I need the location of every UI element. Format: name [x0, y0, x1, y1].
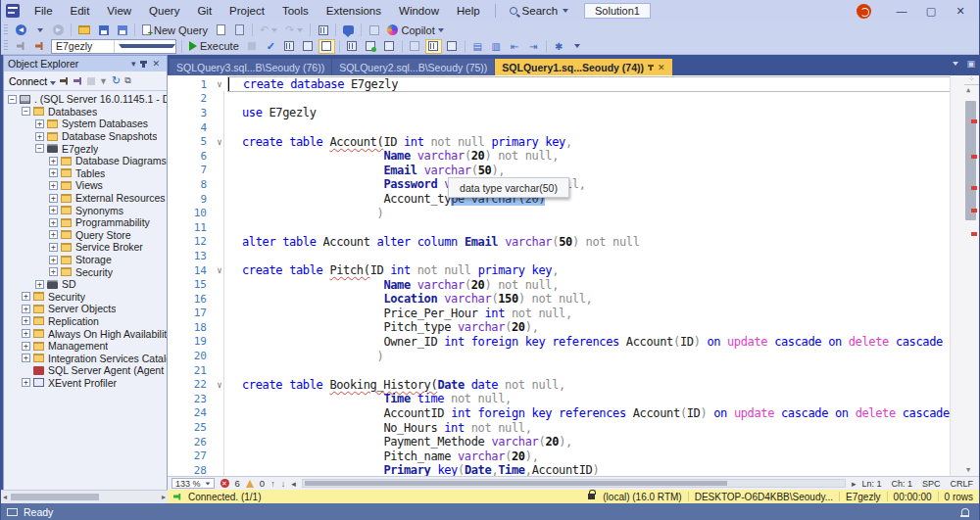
toolbar-options-dropdown[interactable] — [569, 39, 586, 54]
code-line-25[interactable]: 25 No_Hours int not null, — [168, 420, 950, 435]
expand-icon[interactable]: + — [49, 256, 58, 264]
tree-item-security[interactable]: +Security — [4, 265, 167, 278]
code-line-7[interactable]: 7 Email varchar(50), — [168, 164, 950, 178]
tree-item-sql-server-agent-agent-xps-disabled[interactable]: +SQL Server Agent (Agent XPs disabled — [4, 364, 167, 377]
cancel-query-button[interactable] — [244, 39, 261, 54]
expand-icon[interactable]: + — [22, 329, 30, 338]
eol-indicator[interactable]: CRLF — [950, 479, 973, 489]
next-issue-button[interactable]: ↓ — [281, 479, 286, 489]
collapse-icon[interactable]: − — [22, 107, 30, 116]
include-actual-plan-button[interactable] — [344, 39, 361, 54]
expand-icon[interactable]: + — [22, 305, 30, 313]
results-to-file-button[interactable] — [444, 39, 461, 54]
tree-item-tables[interactable]: +Tables — [4, 167, 167, 180]
tree-item-management[interactable]: +Management — [4, 340, 167, 353]
zoom-control[interactable]: 133 % — [172, 478, 215, 489]
expand-icon[interactable]: + — [49, 230, 58, 239]
sql-editor[interactable]: 1∨create database E7gezly23use E7gezly45… — [168, 75, 979, 476]
execute-button[interactable]: Execute — [186, 39, 242, 54]
expand-icon[interactable]: + — [35, 280, 44, 289]
disconnect-icon[interactable] — [74, 77, 83, 85]
menu-project[interactable]: Project — [220, 0, 273, 22]
client-statistics-button[interactable] — [381, 39, 398, 54]
new-analysis-query-button[interactable] — [231, 23, 248, 37]
expand-icon[interactable]: + — [49, 181, 58, 190]
window-layout-button[interactable] — [315, 23, 331, 37]
document-tab-3[interactable]: SQLQuery1.sq...Seoudy (74))✕ — [495, 59, 671, 75]
warning-icon[interactable] — [246, 480, 254, 488]
code-line-1[interactable]: 1∨create database E7gezly — [168, 77, 950, 92]
collapse-icon[interactable]: − — [8, 95, 17, 104]
hscroll-left-arrow[interactable]: ◂ — [1, 493, 9, 501]
menu-edit[interactable]: Edit — [62, 0, 99, 22]
error-mark[interactable] — [971, 155, 977, 159]
expand-icon[interactable]: + — [49, 206, 58, 214]
expand-icon[interactable]: + — [49, 267, 58, 276]
expand-icon[interactable]: + — [49, 168, 58, 177]
expand-icon[interactable]: + — [49, 218, 58, 227]
copilot-button[interactable]: Copilot — [384, 23, 446, 37]
connect-object-icon[interactable] — [60, 77, 70, 85]
filter-icon[interactable]: ▼ — [99, 76, 108, 86]
navigate-forward-button[interactable]: ► — [50, 23, 67, 37]
tree-item-xevent-profiler[interactable]: +XEvent Profiler — [4, 377, 167, 390]
menu-tools[interactable]: Tools — [273, 0, 318, 22]
error-mark[interactable] — [971, 186, 977, 190]
tree-item-system-databases[interactable]: +System Databases — [4, 118, 167, 130]
database-selector[interactable]: E7gezly — [51, 39, 176, 54]
expand-icon[interactable]: + — [22, 354, 30, 362]
code-line-15[interactable]: 15 Name varchar(20) not null, — [168, 277, 950, 292]
hscroll-right-arrow[interactable]: ▸ — [852, 479, 857, 489]
menu-git[interactable]: Git — [188, 0, 220, 22]
comment-button[interactable]: ▤ — [469, 39, 486, 54]
float-window-icon[interactable]: ▣ — [966, 59, 975, 69]
scrollbar-thumb[interactable] — [11, 494, 99, 500]
query-options-button[interactable] — [300, 39, 317, 54]
code-line-24[interactable]: 24 AccountID int foreign key references … — [168, 406, 950, 421]
results-to-grid-button[interactable] — [425, 39, 442, 54]
new-database-query-button[interactable] — [213, 23, 229, 37]
scroll-up-arrow[interactable]: ▲ — [966, 86, 970, 94]
connect-button[interactable] — [13, 39, 29, 54]
menu-extensions[interactable]: Extensions — [318, 0, 390, 22]
code-line-26[interactable]: 26 Payment_Methode varchar(20), — [168, 435, 950, 449]
fold-collapse-icon[interactable]: ∨ — [211, 137, 228, 147]
tree-item-e7gezly[interactable]: −E7gezly — [4, 142, 167, 155]
code-line-4[interactable]: 4 — [168, 120, 950, 135]
code-line-16[interactable]: 16 Location varchar(150) not null, — [168, 292, 950, 307]
results-to-text-button[interactable] — [407, 39, 423, 54]
code-line-12[interactable]: 12alter table Account alter column Email… — [168, 235, 950, 250]
save-all-button[interactable] — [114, 23, 130, 37]
tree-item-integration-services-catalogs[interactable]: +Integration Services Catalogs — [4, 352, 167, 364]
solution-badge[interactable]: Solution1 — [584, 3, 651, 19]
code-line-2[interactable]: 2 — [168, 92, 950, 107]
tree-item-security[interactable]: +Security — [4, 291, 167, 304]
maximize-button[interactable]: ▢ — [918, 5, 944, 18]
expand-icon[interactable]: + — [35, 119, 44, 128]
fold-collapse-icon[interactable]: ∨ — [211, 380, 228, 390]
hscroll-left-arrow[interactable]: ◂ — [291, 479, 296, 489]
database-selector-dropdown[interactable] — [114, 40, 176, 53]
collapse-icon[interactable]: − — [35, 144, 44, 153]
parse-button[interactable]: ✓ — [263, 39, 279, 54]
code-line-3[interactable]: 3use E7gezly — [168, 106, 950, 120]
tree-item-external-resources[interactable]: +External Resources — [4, 192, 167, 205]
intellisense-toggle[interactable] — [318, 39, 335, 54]
pin-icon[interactable] — [142, 61, 145, 68]
live-query-stats-button[interactable] — [363, 39, 379, 54]
fold-collapse-icon[interactable]: ∨ — [211, 79, 228, 89]
uncomment-button[interactable]: ▥ — [488, 39, 505, 54]
node-icon[interactable]: ⧉ — [124, 75, 130, 86]
code-line-11[interactable]: 11 — [168, 220, 950, 235]
panel-dropdown-icon[interactable]: ▾ — [128, 59, 139, 69]
code-line-5[interactable]: 5∨create table Account(ID int not null p… — [168, 134, 950, 149]
code-line-17[interactable]: 17 Price_Per_Hour int not null, — [168, 307, 950, 321]
space-mode-indicator[interactable]: SPC — [922, 479, 941, 489]
toolbar-grip[interactable] — [4, 24, 8, 36]
navigate-back-button[interactable]: ◄ — [13, 23, 29, 37]
estimated-plan-button[interactable] — [281, 39, 298, 54]
expand-icon[interactable]: + — [22, 316, 30, 325]
open-file-button[interactable] — [75, 23, 93, 37]
navigate-back-dropdown[interactable] — [31, 23, 48, 37]
task-status-button[interactable] — [366, 23, 382, 37]
